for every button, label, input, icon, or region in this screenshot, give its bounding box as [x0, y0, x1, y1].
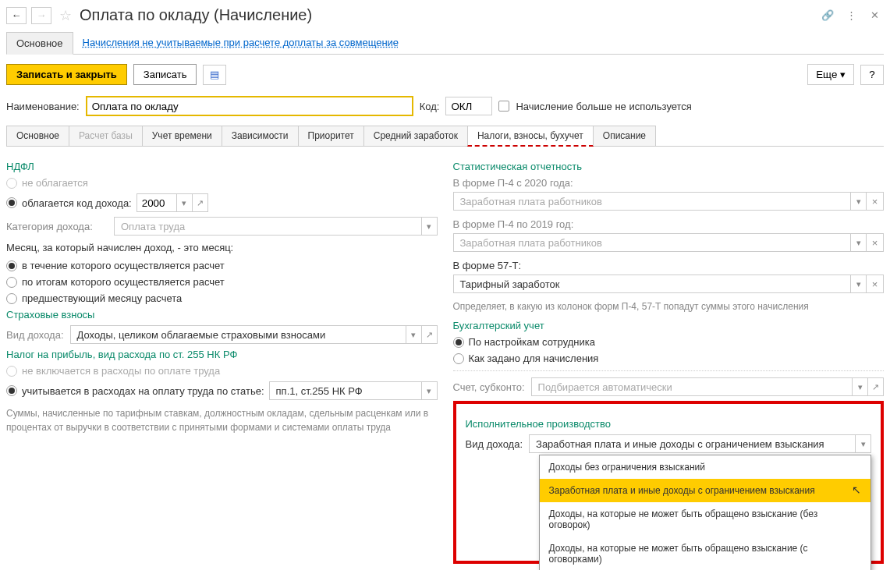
tab-average[interactable]: Средний заработок [363, 126, 468, 146]
profit-opt2-radio[interactable] [6, 385, 17, 396]
exec-type-label: Вид дохода: [466, 438, 523, 450]
profit-tax-head: Налог на прибыль, вид расхода по ст. 255… [6, 349, 438, 360]
not-used-checkbox[interactable] [498, 101, 509, 112]
top-tab-main[interactable]: Основное [6, 32, 73, 55]
dropdown-icon[interactable]: ▾ [852, 378, 867, 395]
code-label: Код: [420, 101, 440, 112]
open-icon[interactable]: ↗ [421, 326, 437, 343]
profit-note: Суммы, начисленные по тарифным ставкам, … [6, 406, 438, 434]
save-close-button[interactable]: Записать и закрыть [6, 64, 127, 85]
exec-option-3[interactable]: Доходы, на которые не может быть обращен… [540, 537, 871, 570]
dropdown-icon[interactable]: ▾ [850, 193, 866, 210]
ndfl-taxed-radio[interactable] [6, 197, 17, 208]
dropdown-icon[interactable]: ▾ [406, 326, 421, 343]
close-icon[interactable]: ✕ [865, 7, 884, 24]
account-label: Счет, субконто: [453, 381, 525, 393]
income-code-input[interactable] [137, 196, 176, 211]
tab-taxes[interactable]: Налоги, взносы, бухучет [467, 126, 594, 147]
account-placeholder: Подбирается автоматически [532, 380, 852, 395]
tab-main[interactable]: Основное [6, 126, 69, 146]
tab-base[interactable]: Расчет базы [69, 126, 143, 146]
dropdown-icon[interactable]: ▾ [421, 382, 437, 399]
month-opt3-radio[interactable] [6, 293, 17, 304]
top-tab-link[interactable]: Начисления не учитываемые при расчете до… [73, 32, 409, 54]
ndfl-head: НДФЛ [6, 161, 438, 172]
tab-deps[interactable]: Зависимости [222, 126, 299, 146]
page-title: Оплата по окладу (Начисление) [80, 6, 814, 24]
back-button[interactable]: ← [6, 7, 27, 24]
profit-opt1-radio[interactable] [6, 366, 17, 377]
month-opt1-radio[interactable] [6, 260, 17, 271]
tab-priority[interactable]: Приоритет [298, 126, 364, 146]
exec-option-0[interactable]: Доходы без ограничения взысканий [540, 455, 871, 479]
favorite-icon[interactable]: ☆ [59, 7, 72, 24]
exec-option-2[interactable]: Доходы, на которые не может быть обращен… [540, 502, 871, 537]
stat-note: Определяет, в какую из колонок форм П-4,… [453, 299, 885, 313]
name-input[interactable] [86, 96, 413, 116]
name-label: Наименование: [6, 101, 80, 112]
acc-opt1-radio[interactable] [453, 337, 464, 348]
f57t-label: В форме 57-Т: [453, 260, 885, 271]
link-icon[interactable]: 🔗 [818, 7, 837, 24]
category-value: Оплата труда [115, 219, 421, 234]
open-icon[interactable]: ↗ [192, 194, 207, 211]
clear-icon[interactable]: × [867, 275, 884, 293]
clear-icon[interactable]: × [867, 192, 884, 211]
dropdown-icon[interactable]: ▾ [850, 234, 866, 251]
exec-head: Исполнительное производство [466, 418, 872, 430]
ndfl-taxed-label: облагается код дохода: [22, 197, 132, 209]
insurance-type-value: Доходы, целиком облагаемые страховыми вз… [71, 328, 406, 342]
not-used-label: Начисление больше не используется [516, 101, 691, 112]
menu-icon[interactable]: ⋮ [842, 7, 860, 24]
clear-icon[interactable]: × [867, 233, 884, 252]
save-button[interactable]: Записать [133, 64, 197, 85]
help-button[interactable]: ? [860, 65, 884, 85]
dropdown-icon[interactable]: ▾ [421, 218, 437, 235]
cursor-icon: ↖ [852, 484, 861, 496]
acc-opt2-radio[interactable] [453, 353, 464, 364]
insurance-type-label: Вид дохода: [6, 329, 64, 341]
more-button[interactable]: Еще ▾ [807, 64, 854, 85]
dropdown-icon[interactable]: ▾ [855, 435, 870, 452]
open-icon[interactable]: ↗ [867, 378, 883, 395]
month-opt2-radio[interactable] [6, 277, 17, 288]
code-input[interactable] [445, 97, 492, 115]
tab-description[interactable]: Описание [593, 126, 656, 146]
article-value: пп.1, ст.255 НК РФ [270, 384, 421, 398]
forward-button[interactable]: → [31, 7, 51, 24]
dropdown-icon[interactable]: ▾ [176, 194, 192, 211]
exec-type-value: Заработная плата и иные доходы с огранич… [530, 437, 855, 452]
month-label: Месяц, за который начислен доход, - это … [6, 242, 438, 253]
ndfl-not-taxed-radio[interactable] [6, 178, 17, 189]
exec-dropdown: Доходы без ограничения взысканий Заработ… [539, 455, 872, 570]
report-icon[interactable]: ▤ [203, 65, 226, 85]
stat-head: Статистическая отчетность [453, 161, 885, 172]
p4-2019-label: В форме П-4 по 2019 год: [453, 218, 885, 230]
exec-option-1[interactable]: Заработная плата и иные доходы с огранич… [540, 479, 871, 502]
insurance-head: Страховые взносы [6, 309, 438, 321]
ndfl-not-taxed-label: не облагается [22, 177, 88, 189]
dropdown-icon[interactable]: ▾ [850, 275, 866, 292]
accounting-head: Бухгалтерский учет [453, 320, 885, 331]
category-label: Категория дохода: [6, 221, 108, 232]
p4-2020-label: В форме П-4 с 2020 года: [453, 177, 885, 189]
tab-time[interactable]: Учет времени [142, 126, 222, 146]
